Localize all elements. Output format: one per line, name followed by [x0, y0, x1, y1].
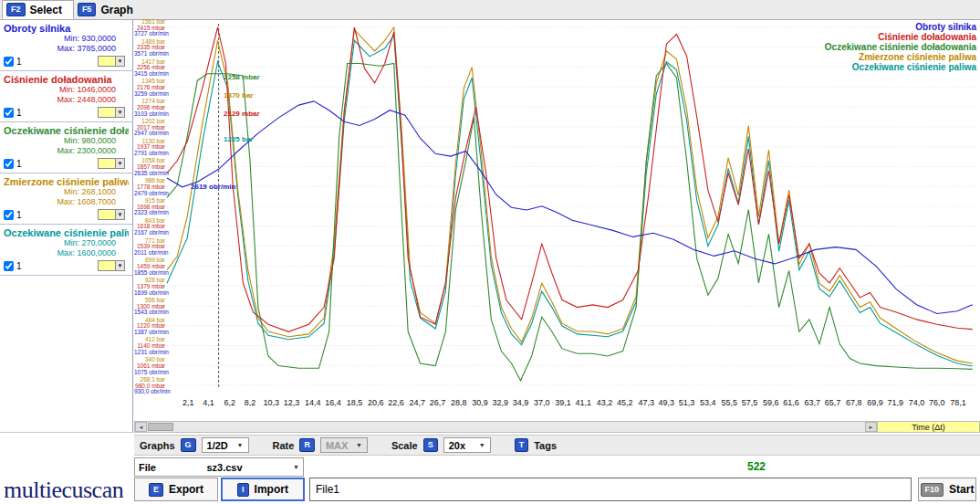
tab-bar: F2 Select F5 Graph — [0, 0, 980, 20]
action-row: E Export I Import F10 Start — [134, 478, 980, 503]
parameter-checkbox[interactable] — [4, 261, 14, 271]
parameter-title: Ciśnienie doładowania — [4, 74, 129, 85]
parameter-min-value: Min: 270,0000 — [4, 238, 129, 248]
filename-input[interactable] — [309, 478, 912, 501]
x-axis-tick-label: 39,1 — [555, 398, 571, 407]
parameter-channel-label: 1 — [16, 210, 22, 220]
scroll-left-arrow-icon[interactable]: ◄ — [135, 422, 147, 432]
graphs-dropdown[interactable]: 1/2D ▼ — [202, 437, 249, 453]
x-axis-tick-label: 55,5 — [721, 398, 737, 407]
g-keycap-icon: G — [181, 438, 196, 452]
parameter-title: Zmierzone ciśnienie paliwa — [4, 176, 129, 187]
parameter-block: Zmierzone ciśnienie paliwaMin: 268,1000M… — [0, 173, 132, 225]
y-axis-row: 484 bar1220 mbar1387 obr/min — [134, 318, 165, 336]
x-axis-tick-label: 78,1 — [950, 398, 966, 407]
scrollbar-thumb[interactable] — [148, 423, 173, 431]
e-keycap-icon: E — [149, 483, 163, 497]
y-axis-rpm-label: 2167 obr/min — [134, 230, 165, 236]
chart-area[interactable]: 1561 bar2415 mbar3727 obr/min1489 bar233… — [134, 20, 980, 421]
graphs-label: Graphs — [140, 440, 175, 451]
y-axis-rpm-label: 1855 obr/min — [134, 270, 165, 277]
graphs-dropdown-value: 1/2D — [207, 440, 228, 451]
graph-toolbar: Graphs G 1/2D ▼ Rate R MAX ▼ Scale S 20x… — [134, 435, 980, 456]
start-button[interactable]: F10 Start — [918, 478, 976, 501]
y-axis-row: 699 bar1459 mbar1855 obr/min — [134, 257, 165, 276]
y-axis-row: 771 bar1539 mbar2011 obr/min — [134, 238, 165, 257]
tab-select-label: Select — [30, 4, 62, 16]
chart-scrollbar[interactable]: ◄ ► Time (Δt) — [134, 421, 980, 433]
x-axis-tick-label: 6,2 — [224, 398, 236, 407]
y-axis-rpm-label: 930,0 obr/min — [134, 389, 165, 395]
x-axis-tick-label: 37,0 — [534, 398, 550, 407]
series-line — [167, 64, 973, 381]
y-axis-rpm-label: 2323 obr/min — [134, 210, 165, 216]
x-axis-tick-label: 57,5 — [742, 398, 758, 407]
scale-dropdown[interactable]: 20x ▼ — [443, 437, 491, 453]
f10-keycap-icon: F10 — [921, 483, 944, 497]
y-axis-row: 1130 bar1937 mbar2791 obr/min — [134, 139, 165, 157]
x-axis-tick-label: 41,1 — [576, 398, 592, 407]
export-button[interactable]: E Export — [134, 478, 218, 501]
file-dropdown-value: sz3.csv — [156, 462, 293, 473]
parameter-style-dropdown[interactable]: ▼ — [98, 158, 125, 169]
y-axis-row: 1561 bar2415 mbar3727 obr/min — [134, 19, 165, 37]
scrollbar-track[interactable] — [147, 422, 865, 432]
parameter-checkbox[interactable] — [4, 159, 14, 169]
chevron-down-icon: ▼ — [293, 464, 299, 470]
x-axis-tick-label: 63,7 — [804, 398, 820, 407]
x-axis-tick-label: 34,9 — [513, 398, 529, 407]
parameter-title: Oczekiwane ciśnienie paliwa — [4, 227, 129, 238]
rate-label: Rate — [273, 440, 295, 451]
x-axis-tick-label: 47,3 — [638, 398, 654, 407]
parameter-style-dropdown[interactable]: ▼ — [98, 56, 125, 67]
x-axis-tick-label: 45,2 — [617, 398, 633, 407]
cursor-value-label: 2619 obr/min — [191, 183, 235, 191]
chart-plot[interactable] — [134, 20, 980, 396]
x-axis-tick-label: 8,2 — [245, 398, 256, 407]
x-axis-tick-label: 74,0 — [909, 398, 925, 407]
x-axis-mode-label[interactable]: Time (Δt) — [877, 422, 979, 432]
chevron-down-icon: ▼ — [115, 210, 124, 219]
x-axis-tick-label: 26,7 — [430, 398, 446, 407]
parameter-title: Obroty silnika — [4, 23, 129, 34]
y-axis-rpm-label: 1699 obr/min — [134, 290, 165, 297]
y-axis-rpm-label: 3571 obr/min — [134, 51, 165, 58]
f2-keycap-icon: F2 — [6, 3, 26, 16]
chevron-down-icon: ▼ — [479, 442, 485, 448]
y-axis-rpm-label: 1387 obr/min — [134, 330, 165, 336]
x-axis-tick-label: 59,6 — [763, 398, 779, 407]
parameter-style-dropdown[interactable]: ▼ — [98, 209, 125, 220]
y-axis-rpm-label: 2635 obr/min — [134, 171, 165, 177]
file-dropdown[interactable]: File sz3.csv ▼ — [134, 457, 304, 477]
parameter-checkbox[interactable] — [4, 210, 14, 220]
tags-label[interactable]: Tags — [534, 440, 557, 451]
y-axis-row: 340 bar1061 mbar1075 obr/min — [134, 357, 165, 375]
parameter-checkbox[interactable] — [4, 57, 14, 67]
import-button[interactable]: I Import — [221, 478, 305, 501]
tab-select[interactable]: F2 Select — [2, 0, 74, 19]
parameter-min-value: Min: 930,0000 — [4, 34, 129, 44]
cursor-value-label: 1370 bar — [224, 91, 253, 100]
legend-item: Zmierzone ciśnienie paliwa — [825, 52, 976, 62]
parameter-style-dropdown[interactable]: ▼ — [98, 260, 125, 271]
parameter-style-dropdown[interactable]: ▼ — [98, 107, 125, 118]
parameter-channel-label: 1 — [16, 261, 22, 271]
tab-graph-label: Graph — [100, 4, 132, 16]
parameter-controls: 1▼ — [4, 56, 129, 67]
tab-graph[interactable]: F5 Graph — [74, 0, 144, 19]
y-axis-row: 412 bar1140 mbar1231 obr/min — [134, 337, 165, 355]
y-axis-row: 986 bar1778 mbar2479 obr/min — [134, 178, 165, 196]
x-axis-tick-label: 12,3 — [284, 398, 300, 407]
chevron-down-icon: ▼ — [356, 442, 362, 448]
x-axis-tick-label: 4,1 — [203, 398, 214, 407]
parameter-controls: 1▼ — [4, 158, 129, 169]
scroll-right-arrow-icon[interactable]: ► — [865, 422, 877, 432]
legend-item: Oczekiwane ciśnienie doładowania — [825, 42, 976, 52]
x-axis-tick-label: 69,9 — [867, 398, 883, 407]
rate-dropdown[interactable]: MAX ▼ — [320, 437, 368, 453]
t-keycap-icon: T — [515, 438, 529, 452]
y-axis-row: 556 bar1300 mbar1543 obr/min — [134, 298, 165, 316]
parameter-checkbox[interactable] — [4, 108, 14, 118]
y-axis-rpm-label: 2479 obr/min — [134, 191, 165, 197]
y-axis-row: 915 bar1698 mbar2323 obr/min — [134, 198, 165, 216]
